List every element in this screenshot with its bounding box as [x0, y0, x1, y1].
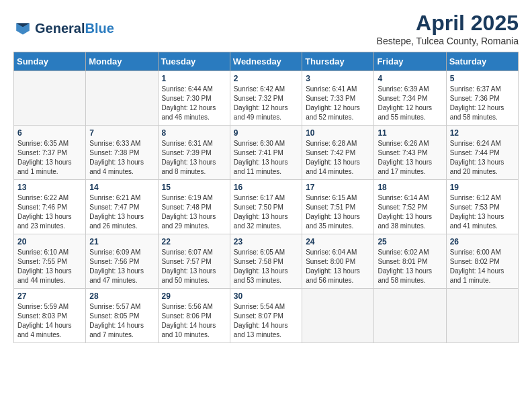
header-thursday: Thursday	[302, 52, 374, 71]
logo: GeneralBlue	[13, 19, 114, 38]
day-info: Sunrise: 6:15 AMSunset: 7:51 PMDaylight:…	[306, 193, 370, 231]
table-row: 16Sunrise: 6:17 AMSunset: 7:50 PMDayligh…	[230, 180, 302, 234]
header-tuesday: Tuesday	[158, 52, 230, 71]
day-info: Sunrise: 6:07 AMSunset: 7:57 PMDaylight:…	[162, 248, 226, 285]
table-row: 22Sunrise: 6:07 AMSunset: 7:57 PMDayligh…	[158, 234, 230, 289]
day-number: 24	[306, 237, 370, 246]
day-number: 23	[234, 237, 298, 246]
day-info: Sunrise: 6:37 AMSunset: 7:36 PMDaylight:…	[450, 85, 515, 122]
day-number: 12	[450, 128, 515, 138]
day-number: 10	[306, 128, 370, 138]
table-row: 14Sunrise: 6:21 AMSunset: 7:47 PMDayligh…	[86, 180, 158, 234]
day-info: Sunrise: 6:00 AMSunset: 8:02 PMDaylight:…	[450, 248, 515, 285]
day-number: 17	[306, 183, 370, 192]
table-row: 1Sunrise: 6:44 AMSunset: 7:30 PMDaylight…	[158, 71, 230, 126]
day-info: Sunrise: 6:22 AMSunset: 7:46 PMDaylight:…	[17, 193, 82, 231]
table-row: 10Sunrise: 6:28 AMSunset: 7:42 PMDayligh…	[302, 126, 374, 180]
day-number: 22	[162, 237, 226, 246]
day-number: 16	[234, 183, 298, 192]
table-row: 15Sunrise: 6:19 AMSunset: 7:48 PMDayligh…	[158, 180, 230, 234]
table-row: 25Sunrise: 6:02 AMSunset: 8:01 PMDayligh…	[374, 234, 446, 289]
day-info: Sunrise: 5:56 AMSunset: 8:06 PMDaylight:…	[162, 302, 226, 340]
table-row: 5Sunrise: 6:37 AMSunset: 7:36 PMDaylight…	[446, 71, 518, 126]
day-number: 26	[450, 237, 515, 246]
calendar-week-row: 27Sunrise: 5:59 AMSunset: 8:03 PMDayligh…	[14, 289, 519, 343]
table-row: 29Sunrise: 5:56 AMSunset: 8:06 PMDayligh…	[158, 289, 230, 343]
day-info: Sunrise: 6:33 AMSunset: 7:38 PMDaylight:…	[89, 139, 154, 177]
table-row: 27Sunrise: 5:59 AMSunset: 8:03 PMDayligh…	[14, 289, 86, 343]
day-info: Sunrise: 6:17 AMSunset: 7:50 PMDaylight:…	[234, 193, 298, 231]
subtitle: Bestepe, Tulcea County, Romania	[377, 36, 519, 46]
table-row: 28Sunrise: 5:57 AMSunset: 8:05 PMDayligh…	[86, 289, 158, 343]
day-number: 2	[234, 74, 298, 83]
day-info: Sunrise: 6:02 AMSunset: 8:01 PMDaylight:…	[378, 248, 442, 285]
day-info: Sunrise: 6:42 AMSunset: 7:32 PMDaylight:…	[234, 85, 298, 122]
day-info: Sunrise: 6:24 AMSunset: 7:44 PMDaylight:…	[450, 139, 515, 177]
table-row: 9Sunrise: 6:30 AMSunset: 7:41 PMDaylight…	[230, 126, 302, 180]
day-number: 19	[450, 183, 515, 192]
table-row: 30Sunrise: 5:54 AMSunset: 8:07 PMDayligh…	[230, 289, 302, 343]
day-info: Sunrise: 6:26 AMSunset: 7:43 PMDaylight:…	[378, 139, 442, 177]
table-row: 2Sunrise: 6:42 AMSunset: 7:32 PMDaylight…	[230, 71, 302, 126]
day-info: Sunrise: 6:12 AMSunset: 7:53 PMDaylight:…	[450, 193, 515, 231]
calendar-table: Sunday Monday Tuesday Wednesday Thursday…	[13, 52, 519, 343]
day-info: Sunrise: 6:04 AMSunset: 8:00 PMDaylight:…	[306, 248, 370, 285]
day-info: Sunrise: 5:57 AMSunset: 8:05 PMDaylight:…	[89, 302, 154, 340]
day-number: 29	[162, 291, 226, 301]
day-number: 25	[378, 237, 442, 246]
day-info: Sunrise: 6:19 AMSunset: 7:48 PMDaylight:…	[162, 193, 226, 231]
day-number: 30	[234, 291, 298, 301]
day-number: 7	[89, 128, 154, 138]
table-row: 7Sunrise: 6:33 AMSunset: 7:38 PMDaylight…	[86, 126, 158, 180]
table-row: 18Sunrise: 6:14 AMSunset: 7:52 PMDayligh…	[374, 180, 446, 234]
day-number: 6	[17, 128, 82, 138]
table-row	[446, 289, 518, 343]
header-monday: Monday	[86, 52, 158, 71]
header-friday: Friday	[374, 52, 446, 71]
table-row: 19Sunrise: 6:12 AMSunset: 7:53 PMDayligh…	[446, 180, 518, 234]
day-number: 13	[17, 183, 82, 192]
table-row: 11Sunrise: 6:26 AMSunset: 7:43 PMDayligh…	[374, 126, 446, 180]
day-number: 3	[306, 74, 370, 83]
calendar-week-row: 6Sunrise: 6:35 AMSunset: 7:37 PMDaylight…	[14, 126, 519, 180]
header-sunday: Sunday	[14, 52, 86, 71]
day-number: 14	[89, 183, 154, 192]
day-number: 11	[378, 128, 442, 138]
day-number: 9	[234, 128, 298, 138]
table-row	[302, 289, 374, 343]
header-saturday: Saturday	[446, 52, 518, 71]
table-row	[14, 71, 86, 126]
table-row: 13Sunrise: 6:22 AMSunset: 7:46 PMDayligh…	[14, 180, 86, 234]
table-row	[374, 289, 446, 343]
day-number: 20	[17, 237, 82, 246]
day-info: Sunrise: 5:54 AMSunset: 8:07 PMDaylight:…	[234, 302, 298, 340]
day-number: 28	[89, 291, 154, 301]
day-number: 8	[162, 128, 226, 138]
logo-text: GeneralBlue	[35, 21, 114, 36]
day-info: Sunrise: 6:41 AMSunset: 7:33 PMDaylight:…	[306, 85, 370, 122]
table-row: 4Sunrise: 6:39 AMSunset: 7:34 PMDaylight…	[374, 71, 446, 126]
day-number: 4	[378, 74, 442, 83]
table-row	[86, 71, 158, 126]
title-block: April 2025 Bestepe, Tulcea County, Roman…	[377, 11, 519, 46]
day-info: Sunrise: 6:05 AMSunset: 7:58 PMDaylight:…	[234, 248, 298, 285]
table-row: 24Sunrise: 6:04 AMSunset: 8:00 PMDayligh…	[302, 234, 374, 289]
day-info: Sunrise: 6:44 AMSunset: 7:30 PMDaylight:…	[162, 85, 226, 122]
day-number: 27	[17, 291, 82, 301]
day-number: 15	[162, 183, 226, 192]
table-row: 20Sunrise: 6:10 AMSunset: 7:55 PMDayligh…	[14, 234, 86, 289]
day-info: Sunrise: 6:21 AMSunset: 7:47 PMDaylight:…	[89, 193, 154, 231]
table-row: 26Sunrise: 6:00 AMSunset: 8:02 PMDayligh…	[446, 234, 518, 289]
day-info: Sunrise: 6:14 AMSunset: 7:52 PMDaylight:…	[378, 193, 442, 231]
calendar-week-row: 20Sunrise: 6:10 AMSunset: 7:55 PMDayligh…	[14, 234, 519, 289]
month-title: April 2025	[377, 11, 519, 36]
day-info: Sunrise: 6:10 AMSunset: 7:55 PMDaylight:…	[17, 248, 82, 285]
calendar-week-row: 13Sunrise: 6:22 AMSunset: 7:46 PMDayligh…	[14, 180, 519, 234]
day-info: Sunrise: 6:28 AMSunset: 7:42 PMDaylight:…	[306, 139, 370, 177]
day-info: Sunrise: 6:09 AMSunset: 7:56 PMDaylight:…	[89, 248, 154, 285]
logo-icon	[13, 19, 32, 38]
day-info: Sunrise: 5:59 AMSunset: 8:03 PMDaylight:…	[17, 302, 82, 340]
calendar-week-row: 1Sunrise: 6:44 AMSunset: 7:30 PMDaylight…	[14, 71, 519, 126]
calendar-header-row: Sunday Monday Tuesday Wednesday Thursday…	[14, 52, 519, 71]
header-wednesday: Wednesday	[230, 52, 302, 71]
